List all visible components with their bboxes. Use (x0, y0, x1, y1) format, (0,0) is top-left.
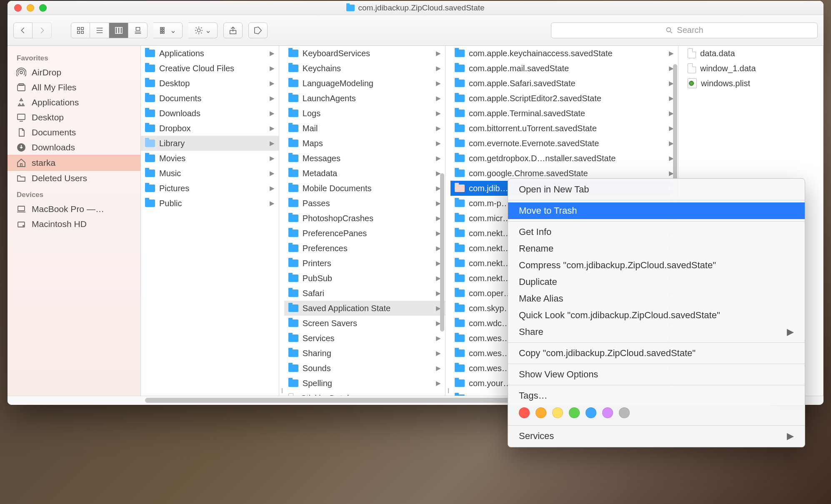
file-row[interactable]: PubSub▶ (284, 271, 445, 286)
menu-item[interactable]: Move to Trash (508, 202, 805, 219)
file-row[interactable]: Screen Savers▶ (284, 316, 445, 331)
sidebar-item-macintosh-hd[interactable]: Macintosh HD (8, 217, 140, 232)
action-button[interactable]: ⌄ (188, 22, 218, 38)
file-row[interactable]: com.bittorrent.uTorrent.savedState▶ (451, 121, 678, 136)
file-row[interactable]: KeyboardServices▶ (284, 46, 445, 61)
sidebar-item-desktop[interactable]: Desktop (8, 110, 140, 125)
menu-item[interactable]: Tags… (508, 387, 805, 404)
sidebar-item-airdrop[interactable]: AirDrop (8, 65, 140, 80)
file-row[interactable]: Services▶ (284, 331, 445, 346)
file-row[interactable]: Creative Cloud Files▶ (141, 61, 279, 76)
sidebar-item-starka[interactable]: starka (8, 155, 140, 171)
file-row[interactable]: Spelling▶ (284, 376, 445, 391)
menu-item[interactable]: Make Alias (508, 290, 805, 307)
search-input[interactable]: Search (551, 22, 818, 38)
menu-item[interactable]: Open in New Tab (508, 181, 805, 198)
arrange-button[interactable]: ⌄ (153, 22, 183, 38)
file-row[interactable]: LaunchAgents▶ (284, 91, 445, 106)
sidebar-item-all-my-files[interactable]: All My Files (8, 80, 140, 95)
tag-dot[interactable] (519, 407, 530, 418)
file-row[interactable]: windows.plist (683, 76, 823, 91)
file-row[interactable]: Saved Application State▶ (284, 301, 445, 316)
file-row[interactable]: window_1.data (683, 61, 823, 76)
sidebar-item-downloads[interactable]: Downloads (8, 140, 140, 155)
menu-item[interactable]: Share▶ (508, 324, 805, 340)
file-row[interactable]: StickiesDatabase (284, 391, 445, 396)
file-row[interactable]: PreferencePanes▶ (284, 226, 445, 241)
sidebar-item-macbook-pro-[interactable]: MacBook Pro —… (8, 202, 140, 217)
file-row[interactable]: Music▶ (141, 166, 279, 181)
file-row[interactable]: com.apple.Safari.savedState▶ (451, 76, 678, 91)
file-row[interactable]: Sharing▶ (284, 346, 445, 361)
menu-item[interactable]: Rename (508, 240, 805, 257)
file-row[interactable]: Mobile Documents▶ (284, 181, 445, 196)
share-button[interactable] (223, 22, 243, 38)
coverflow-view-button[interactable] (128, 22, 148, 38)
icon-view-button[interactable] (71, 22, 90, 38)
file-row[interactable]: Mail▶ (284, 121, 445, 136)
tag-dot[interactable] (552, 407, 563, 418)
menu-item[interactable]: Get Info (508, 224, 805, 240)
column-resize-handle[interactable]: || (446, 46, 451, 396)
file-row[interactable]: Printers▶ (284, 256, 445, 271)
file-row[interactable]: Metadata▶ (284, 166, 445, 181)
menu-item[interactable]: Duplicate (508, 274, 805, 290)
menu-item[interactable]: Copy "com.jdibackup.ZipCloud.savedState" (508, 345, 805, 362)
tag-dot[interactable] (586, 407, 596, 418)
file-row[interactable]: com.apple.mail.savedState▶ (451, 61, 678, 76)
file-row[interactable]: com.apple.Terminal.savedState▶ (451, 106, 678, 121)
file-row[interactable]: Messages▶ (284, 151, 445, 166)
file-row[interactable]: Safari▶ (284, 286, 445, 301)
menu-item[interactable]: Show View Options (508, 366, 805, 383)
forward-button[interactable] (33, 22, 52, 38)
sidebar-item-applications[interactable]: Applications (8, 95, 140, 110)
file-row[interactable]: Movies▶ (141, 151, 279, 166)
file-row[interactable]: LanguageModeling▶ (284, 76, 445, 91)
file-row[interactable]: Desktop▶ (141, 76, 279, 91)
tag-dot[interactable] (619, 407, 630, 418)
back-button[interactable] (13, 22, 33, 38)
file-label: com.your… (469, 379, 511, 388)
file-row[interactable]: com.apple.keychainaccess.savedState▶ (451, 46, 678, 61)
file-row[interactable]: Applications▶ (141, 46, 279, 61)
file-row[interactable]: Maps▶ (284, 136, 445, 151)
file-row[interactable]: Preferences▶ (284, 241, 445, 256)
tag-dot[interactable] (536, 407, 546, 418)
menu-item[interactable]: Services▶ (508, 428, 805, 444)
file-row[interactable]: Pictures▶ (141, 181, 279, 196)
file-row[interactable]: com.evernote.Evernote.savedState▶ (451, 136, 678, 151)
file-row[interactable]: com.apple.ScriptEditor2.savedState▶ (451, 91, 678, 106)
menu-item-label: Compress "com.jdibackup.ZipCloud.savedSt… (519, 260, 716, 271)
list-view-button[interactable] (90, 22, 109, 38)
sidebar-item-deleted-users[interactable]: Deleted Users (8, 171, 140, 186)
file-row[interactable]: Documents▶ (141, 91, 279, 106)
menu-item-label: Open in New Tab (519, 184, 589, 195)
column-view-button[interactable] (109, 22, 128, 38)
tags-button[interactable] (248, 22, 268, 38)
file-row[interactable]: Passes▶ (284, 196, 445, 211)
file-row[interactable]: Sounds▶ (284, 361, 445, 376)
file-row[interactable]: PhotoshopCrashes▶ (284, 211, 445, 226)
menu-item[interactable]: Quick Look "com.jdibackup.ZipCloud.saved… (508, 307, 805, 324)
file-row[interactable]: com.getdropbox.D…nstaller.savedState▶ (451, 151, 678, 166)
file-row[interactable]: Dropbox▶ (141, 121, 279, 136)
menu-item[interactable]: Compress "com.jdibackup.ZipCloud.savedSt… (508, 257, 805, 274)
column-resize-handle[interactable]: || (279, 46, 284, 396)
file-row[interactable]: Keychains▶ (284, 61, 445, 76)
zoom-icon[interactable] (39, 4, 47, 12)
tag-dot[interactable] (569, 407, 580, 418)
file-row[interactable]: Downloads▶ (141, 106, 279, 121)
close-icon[interactable] (14, 4, 22, 12)
vertical-scrollbar[interactable] (440, 173, 444, 332)
menu-item-label: Get Info (519, 227, 551, 237)
scrollbar-thumb[interactable] (145, 398, 528, 403)
minimize-icon[interactable] (27, 4, 34, 12)
file-row[interactable]: Library▶ (141, 136, 279, 151)
disclosure-icon: ▶ (270, 185, 275, 192)
file-label: PreferencePanes (303, 229, 367, 238)
file-row[interactable]: data.data (683, 46, 823, 61)
file-row[interactable]: Logs▶ (284, 106, 445, 121)
file-row[interactable]: Public▶ (141, 196, 279, 211)
tag-dot[interactable] (602, 407, 613, 418)
sidebar-item-documents[interactable]: Documents (8, 125, 140, 140)
